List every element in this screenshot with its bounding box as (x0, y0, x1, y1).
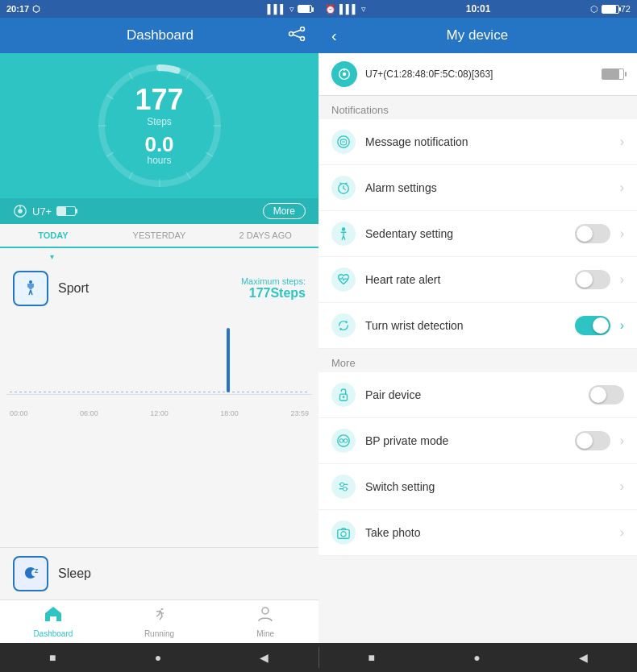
bp-private-toggle[interactable] (575, 431, 610, 450)
svg-point-41 (339, 439, 343, 443)
nav-dashboard[interactable]: Dashboard (0, 600, 106, 643)
heart-rate-icon (331, 268, 356, 292)
turn-wrist-label: Turn wrist detection (365, 319, 565, 332)
bp-private-arrow: › (620, 433, 624, 448)
message-notification-icon (331, 130, 356, 154)
menu-item-bp-private[interactable]: BP private mode › (318, 418, 637, 464)
android-back-btn-right[interactable]: ◀ (579, 651, 588, 664)
sedentary-toggle-area (575, 224, 610, 243)
wifi-icon: ▿ (289, 4, 294, 15)
more-button[interactable]: More (263, 203, 306, 219)
alarm-settings-arrow: › (620, 180, 624, 195)
svg-point-48 (341, 532, 346, 537)
svg-point-22 (29, 280, 32, 284)
menu-item-heart-rate-alert[interactable]: Heart rate alert › (318, 257, 637, 303)
device-header-row: U7+(C1:28:48:0F:5C:08)[363] (318, 53, 637, 96)
heart-rate-label: Heart rate alert (365, 273, 565, 286)
sport-steps: Maximum steps: 177Steps (241, 276, 306, 301)
mine-icon (256, 605, 275, 628)
share-icon[interactable] (288, 27, 306, 45)
android-square-btn-left[interactable]: ■ (49, 651, 56, 664)
turn-wrist-arrow: › (620, 318, 624, 333)
tab-today[interactable]: TODAY (0, 224, 106, 248)
svg-point-2 (289, 31, 293, 35)
nav-mine[interactable]: Mine (212, 600, 318, 643)
time-right: 10:01 (466, 3, 491, 15)
device-battery-indicator (602, 68, 624, 80)
android-circle-btn-left[interactable]: ● (155, 651, 161, 664)
steps-value: 177 (135, 85, 183, 114)
bp-private-icon (331, 429, 356, 453)
svg-line-34 (345, 183, 348, 185)
android-back-btn-left[interactable]: ◀ (260, 651, 269, 664)
bp-private-toggle-area (575, 431, 610, 450)
svg-point-24 (262, 608, 269, 614)
nav-mine-label: Mine (256, 629, 274, 638)
svg-text:Z: Z (35, 568, 39, 574)
svg-point-20 (18, 209, 22, 213)
turn-wrist-icon (331, 313, 356, 338)
device-icon (13, 204, 27, 218)
back-button[interactable]: ‹ (331, 27, 337, 45)
nav-running[interactable]: Running (106, 600, 213, 643)
steps-circle: 177 Steps 0.0 hours (95, 61, 224, 190)
bluetooth-right-icon: ⬡ (590, 4, 598, 15)
left-header-title: Dashboard (127, 27, 194, 44)
sleep-row[interactable]: Z Sleep (0, 547, 318, 599)
battery-right: 72 (602, 4, 631, 14)
android-circle-btn-right[interactable]: ● (473, 651, 480, 664)
menu-item-sedentary-setting[interactable]: Sedentary setting › (318, 211, 637, 257)
message-notification-label: Message notification (365, 135, 610, 148)
switch-setting-arrow: › (620, 479, 624, 494)
menu-item-switch-setting[interactable]: Switch setting › (318, 464, 637, 510)
signal-right-icon: ▌▌▌ (339, 4, 358, 14)
status-bar-right-right: ⬡ 72 (590, 4, 631, 15)
sedentary-arrow: › (620, 226, 624, 241)
nav-running-label: Running (144, 629, 174, 638)
hours-value: 0.0 (144, 134, 173, 155)
right-header: ‹ My device (318, 18, 637, 53)
menu-item-turn-wrist[interactable]: Turn wrist detection › (318, 303, 637, 349)
svg-line-4 (293, 35, 301, 38)
menu-item-message-notification[interactable]: Message notification › (318, 119, 637, 165)
menu-item-pair-device[interactable]: Pair device (318, 372, 637, 418)
take-photo-icon (331, 521, 356, 545)
svg-point-0 (300, 27, 304, 31)
battery-percent: 72 (621, 4, 631, 14)
menu-item-take-photo[interactable]: Take photo › (318, 510, 637, 556)
bluetooth-left-icon: ⬡ (32, 4, 40, 15)
sport-row[interactable]: Sport Maximum steps: 177Steps (0, 263, 318, 314)
turn-wrist-toggle[interactable] (575, 316, 610, 335)
heart-rate-toggle[interactable] (575, 270, 610, 289)
menu-item-alarm-settings[interactable]: Alarm settings › (318, 165, 637, 211)
pair-device-label: Pair device (365, 388, 579, 401)
sedentary-icon (331, 222, 356, 246)
tab-2days[interactable]: 2 DAYS AGO (212, 224, 318, 247)
alarm-settings-icon (331, 176, 356, 200)
sedentary-toggle[interactable] (575, 224, 610, 243)
heart-rate-toggle-area (575, 270, 610, 289)
battery-left (298, 5, 312, 13)
device-round-icon (331, 61, 357, 87)
android-square-btn-right[interactable]: ■ (368, 651, 375, 664)
switch-setting-icon (331, 475, 356, 499)
tab-yesterday[interactable]: YESTERDAY (106, 224, 213, 247)
device-id: U7+(C1:28:48:0F:5C:08)[363] (365, 68, 593, 80)
svg-point-46 (343, 487, 348, 491)
pair-device-toggle-area (589, 385, 624, 404)
heart-rate-arrow: › (620, 272, 624, 287)
svg-point-45 (340, 483, 344, 487)
switch-setting-label: Switch setting (365, 480, 610, 493)
alarm-icon: ⏰ (325, 4, 336, 15)
day-tabs: TODAY YESTERDAY 2 DAYS AGO (0, 224, 318, 248)
svg-point-42 (343, 439, 348, 443)
dashboard-icon (44, 605, 63, 628)
svg-line-3 (293, 30, 301, 33)
time-left: 20:17 (6, 4, 29, 14)
left-header: Dashboard (0, 18, 318, 53)
status-bar-left-right: ▌▌▌ ▿ (268, 4, 312, 15)
message-notification-arrow: › (620, 135, 624, 149)
pair-device-toggle[interactable] (589, 385, 624, 404)
svg-point-26 (343, 73, 347, 77)
right-header-title: My device (347, 27, 608, 44)
